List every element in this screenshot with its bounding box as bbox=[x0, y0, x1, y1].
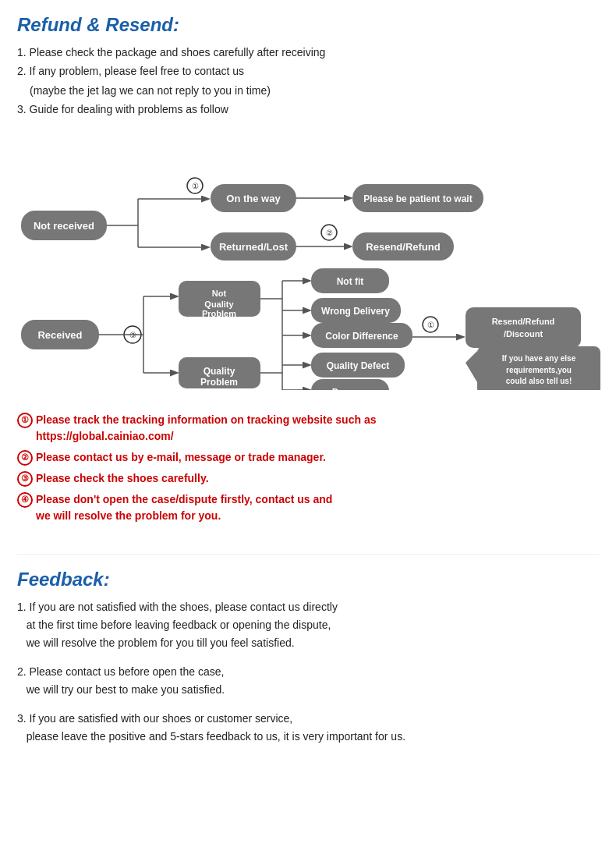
note-circle-3: ③ bbox=[17, 471, 33, 487]
not-received-label: Not received bbox=[34, 220, 94, 232]
not-quality-problem-label: Problem bbox=[202, 309, 236, 318]
notes-section: ① Please track the tracking information … bbox=[17, 404, 599, 537]
svg-text:①: ① bbox=[192, 182, 199, 190]
feedback-item-2: 2. Please contact us before open the cas… bbox=[17, 663, 599, 699]
flowchart-svg: Not received ① On the way Please be pati… bbox=[17, 133, 610, 390]
note-item-1: ① Please track the tracking information … bbox=[17, 412, 599, 445]
note-item-4: ④ Please don't open the case/dispute fir… bbox=[17, 491, 599, 524]
damage-label: Damage bbox=[332, 387, 369, 390]
resend-refund-top-label: Resend/Refund bbox=[366, 241, 440, 253]
intro-item-3: 3. Guide for dealing with problems as fo… bbox=[17, 101, 599, 118]
intro-item-2: 2. If any problem, please feel free to c… bbox=[17, 62, 599, 80]
feedback-list: 1. If you are not satisfied with the sho… bbox=[17, 598, 599, 746]
if-you-have-label: could also tell us! bbox=[506, 377, 572, 385]
svg-rect-44 bbox=[466, 307, 581, 348]
svg-text:requirements,you: requirements,you bbox=[506, 366, 572, 374]
svg-marker-46 bbox=[466, 351, 477, 382]
resend-refund-discount-label: /Discount bbox=[504, 329, 543, 339]
flowchart-area: Not received ① On the way Please be pati… bbox=[17, 133, 599, 390]
svg-text:Not: Not bbox=[212, 289, 227, 298]
feedback-item-3: 3. If you are satisfied with our shoes o… bbox=[17, 710, 599, 746]
note-text-4: Please don't open the case/dispute first… bbox=[36, 491, 599, 524]
quality-defect-label: Quality Defect bbox=[327, 360, 390, 371]
svg-text:Quality: Quality bbox=[204, 300, 234, 309]
feedback-title: Feedback: bbox=[17, 569, 599, 590]
feedback-item-1: 1. If you are not satisfied with the sho… bbox=[17, 598, 599, 652]
svg-text:Quality: Quality bbox=[204, 366, 235, 377]
color-difference-label: Color Difference bbox=[325, 331, 398, 342]
received-label: Received bbox=[37, 329, 82, 341]
returned-lost-label: Returned/Lost bbox=[219, 241, 289, 253]
svg-text:Resend/Refund: Resend/Refund bbox=[492, 317, 555, 326]
not-fit-label: Not fit bbox=[337, 276, 364, 287]
wrong-delivery-label: Wrong Delivery bbox=[321, 306, 390, 317]
svg-text:②: ② bbox=[326, 229, 333, 237]
note-text-1: Please track the tracking information on… bbox=[36, 412, 599, 445]
refund-title: Refund & Resend: bbox=[17, 14, 599, 36]
note-text-2: Please contact us by e-mail, message or … bbox=[36, 449, 599, 466]
section-divider bbox=[17, 554, 599, 555]
note-circle-1: ① bbox=[17, 413, 33, 428]
note-text-3: Please check the shoes carefully. bbox=[36, 470, 599, 487]
note-circle-4: ④ bbox=[17, 492, 33, 508]
quality-problem-label: Problem bbox=[200, 377, 238, 388]
intro-item-1: 1. Please check the package and shoes ca… bbox=[17, 44, 599, 61]
please-be-patient-label: Please be patient to wait bbox=[363, 193, 472, 204]
note-item-2: ② Please contact us by e-mail, message o… bbox=[17, 449, 599, 466]
intro-list: 1. Please check the package and shoes ca… bbox=[17, 44, 599, 119]
on-the-way-label: On the way bbox=[226, 193, 281, 204]
note-circle-2: ② bbox=[17, 450, 33, 466]
svg-text:If you have any else: If you have any else bbox=[502, 354, 576, 363]
svg-text:①: ① bbox=[427, 321, 434, 329]
intro-item-2b: (maybe the jet lag we can not reply to y… bbox=[17, 82, 599, 99]
note-item-3: ③ Please check the shoes carefully. bbox=[17, 470, 599, 487]
